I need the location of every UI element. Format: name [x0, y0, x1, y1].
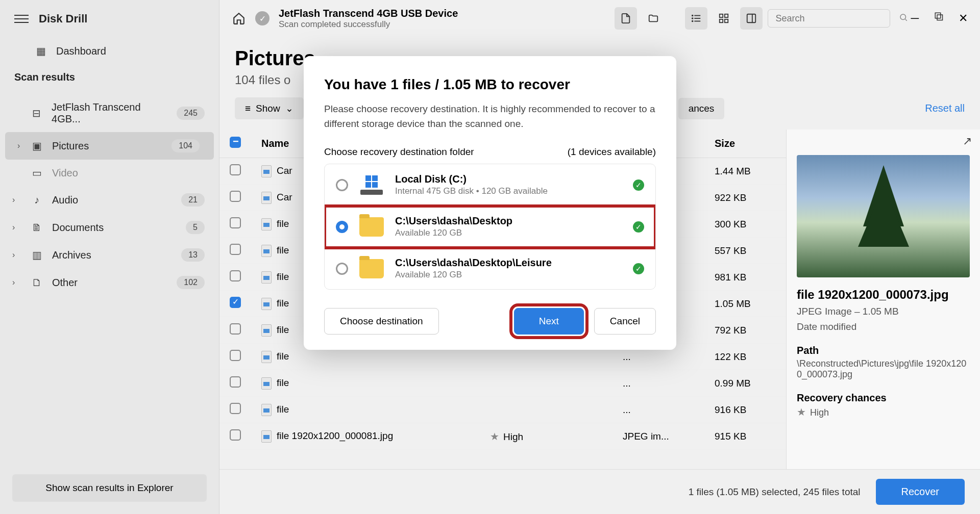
- row-checkbox[interactable]: [230, 191, 241, 202]
- sidebar-item-count: 5: [186, 221, 205, 234]
- destination-item[interactable]: Local Disk (C:)Internal 475 GB disk • 12…: [325, 164, 655, 206]
- maximize-icon[interactable]: [934, 12, 943, 25]
- row-checkbox[interactable]: [230, 429, 241, 441]
- topbar: ✓ JetFlash Transcend 4GB USB Device Scan…: [219, 0, 980, 37]
- row-checkbox[interactable]: [230, 350, 241, 361]
- sidebar-item-count: 21: [181, 193, 205, 207]
- svg-line-13: [905, 19, 907, 21]
- sidebar-item-other[interactable]: ›🗋Other102: [0, 269, 219, 296]
- row-checkbox[interactable]: [230, 270, 241, 281]
- row-checkbox[interactable]: [230, 403, 241, 414]
- cell-size: 981 KB: [704, 264, 786, 291]
- app-title: Disk Drill: [39, 12, 87, 25]
- sidebar: Disk Drill ▦ Dashboard Scan results ⊟Jet…: [0, 0, 219, 514]
- folder-icon: [359, 217, 384, 237]
- list-view-icon[interactable]: [685, 7, 707, 30]
- sidebar-item-pictures[interactable]: ›▣Pictures104: [5, 132, 214, 160]
- table-row[interactable]: file...0.99 MB: [219, 370, 786, 397]
- cell-name: file: [251, 397, 480, 423]
- select-all-checkbox[interactable]: [230, 137, 241, 148]
- cell-ext: ...: [612, 397, 704, 423]
- check-icon: ✓: [633, 179, 644, 191]
- sidebar-item-label: Other: [52, 277, 78, 289]
- destination-item[interactable]: C:\Users\dasha\DesktopAvailable 120 GB✓: [325, 206, 655, 248]
- destination-radio[interactable]: [336, 263, 348, 275]
- cell-chance: [480, 370, 612, 397]
- cell-size: 922 KB: [704, 185, 786, 211]
- choose-destination-button[interactable]: Choose destination: [324, 308, 439, 335]
- recover-button[interactable]: Recover: [876, 479, 965, 505]
- svg-point-4: [692, 18, 693, 19]
- doc-icon: 🗎: [31, 222, 43, 234]
- chevron-right-icon: ›: [17, 141, 20, 150]
- cell-size: 122 KB: [704, 344, 786, 370]
- svg-rect-10: [747, 14, 756, 23]
- chevron-right-icon: ›: [12, 223, 15, 232]
- cell-name: file 1920x1200_000081.jpg: [251, 423, 480, 450]
- show-filter-button[interactable]: ≡ Show ⌄: [235, 97, 304, 119]
- next-button[interactable]: Next: [514, 308, 584, 335]
- cell-name: file: [251, 370, 480, 397]
- svg-point-12: [900, 14, 906, 20]
- sidebar-nav: ⊟JetFlash Transcend 4GB...245›▣Pictures1…: [0, 90, 219, 300]
- row-checkbox[interactable]: [230, 323, 241, 335]
- row-checkbox[interactable]: [230, 164, 241, 175]
- sidebar-header: Disk Drill: [0, 0, 219, 38]
- cancel-button[interactable]: Cancel: [594, 308, 656, 335]
- search-input[interactable]: [775, 13, 894, 24]
- chevron-right-icon: ›: [12, 195, 15, 204]
- sidebar-item-archives[interactable]: ›▥Archives13: [0, 241, 219, 269]
- sidebar-item-video[interactable]: ▭Video: [0, 160, 219, 186]
- table-row[interactable]: file 1920x1200_000081.jpg★HighJPEG im...…: [219, 423, 786, 450]
- sidebar-item-count: 245: [177, 107, 205, 120]
- svg-rect-7: [725, 14, 728, 17]
- sidebar-item-label: Video: [52, 167, 78, 179]
- grid-view-icon[interactable]: [713, 7, 735, 30]
- destination-radio[interactable]: [336, 221, 348, 233]
- destination-sub: Available 120 GB: [395, 270, 622, 280]
- chevron-down-icon: ⌄: [285, 102, 293, 114]
- search-box[interactable]: [768, 9, 890, 28]
- sidebar-item-jetflash-transcend-gb-[interactable]: ⊟JetFlash Transcend 4GB...245: [0, 94, 219, 132]
- chevron-right-icon: ›: [12, 278, 15, 287]
- open-external-icon[interactable]: ↗: [963, 135, 972, 148]
- sidebar-item-label: Dashboard: [56, 45, 106, 57]
- folder-view-icon[interactable]: [642, 7, 665, 30]
- cell-size: 1.05 MB: [704, 291, 786, 317]
- close-icon[interactable]: ✕: [959, 12, 968, 25]
- destination-radio[interactable]: [336, 179, 348, 191]
- sidebar-item-label: Documents: [52, 222, 104, 234]
- chances-filter-button[interactable]: ances: [678, 98, 725, 119]
- col-size[interactable]: Size: [704, 130, 786, 158]
- sidebar-item-label: Pictures: [52, 140, 89, 152]
- destination-item[interactable]: C:\Users\dasha\Desktop\LeisureAvailable …: [325, 248, 655, 289]
- selection-status: 1 files (1.05 MB) selected, 245 files to…: [689, 486, 861, 498]
- check-icon: ✓: [255, 11, 270, 25]
- show-label: Show: [256, 103, 280, 114]
- sidebar-item-documents[interactable]: ›🗎Documents5: [0, 214, 219, 241]
- file-icon: [261, 324, 272, 337]
- row-checkbox[interactable]: [230, 376, 241, 388]
- check-icon: ✓: [633, 221, 644, 233]
- row-checkbox[interactable]: [230, 217, 241, 228]
- destination-sub: Available 120 GB: [395, 228, 622, 238]
- row-checkbox[interactable]: [230, 244, 241, 255]
- preview-pane-icon[interactable]: [740, 7, 763, 30]
- menu-icon[interactable]: [14, 15, 29, 23]
- sidebar-item-dashboard[interactable]: ▦ Dashboard: [0, 38, 219, 64]
- file-view-icon[interactable]: [615, 7, 637, 30]
- devices-available-label: (1 devices available): [568, 146, 656, 158]
- zip-icon: ▥: [31, 249, 43, 261]
- reset-all-link[interactable]: Reset all: [925, 102, 965, 114]
- chances-label: ances: [689, 103, 715, 114]
- check-icon: ✓: [633, 263, 644, 274]
- drive-icon: ⊟: [31, 107, 42, 119]
- disk-icon: [359, 174, 384, 196]
- row-checkbox[interactable]: [230, 297, 241, 308]
- table-row[interactable]: file...916 KB: [219, 397, 786, 423]
- chevron-right-icon: ›: [12, 250, 15, 260]
- minimize-icon[interactable]: ─: [911, 12, 919, 25]
- home-icon[interactable]: [232, 11, 246, 25]
- show-in-explorer-button[interactable]: Show scan results in Explorer: [12, 474, 207, 502]
- sidebar-item-audio[interactable]: ›♪Audio21: [0, 186, 219, 214]
